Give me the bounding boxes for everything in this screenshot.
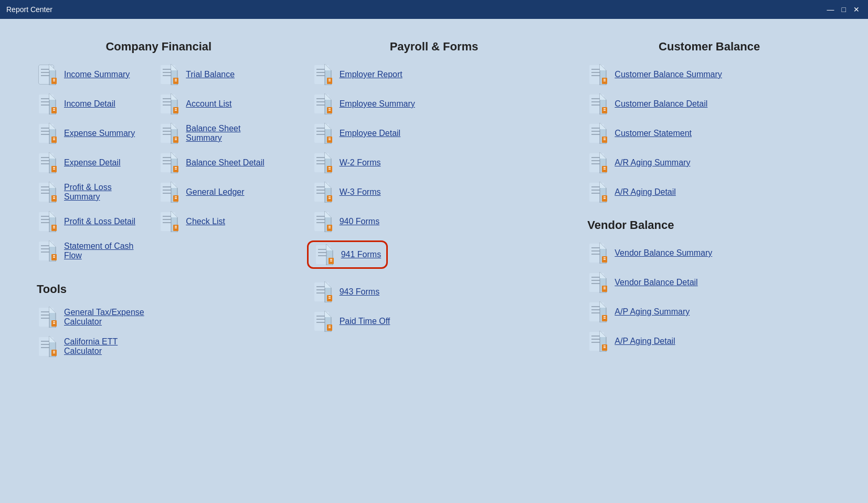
list-item[interactable]: Employee Detail — [312, 123, 556, 144]
list-item[interactable]: Expense Detail — [37, 152, 148, 173]
profit-loss-detail-link[interactable]: Profit & Loss Detail — [64, 217, 135, 226]
title-bar: Report Center — □ ✕ — [0, 0, 868, 19]
svg-marker-213 — [325, 311, 331, 317]
report-icon — [158, 123, 179, 144]
income-summary-link[interactable]: Income Summary — [64, 70, 130, 79]
customer-balance-summary-link[interactable]: Customer Balance Summary — [615, 70, 722, 79]
list-item[interactable]: Profit & Loss Summary — [37, 182, 148, 203]
report-icon — [312, 311, 333, 332]
list-item[interactable]: 943 Forms — [312, 281, 556, 302]
general-tax-calculator-link[interactable]: General Tax/Expense Calculator — [64, 308, 148, 327]
940-forms-link[interactable]: 940 Forms — [340, 217, 379, 226]
report-icon — [587, 272, 608, 293]
balance-sheet-detail-link[interactable]: Balance Sheet Detail — [186, 158, 264, 167]
report-icon — [587, 182, 608, 203]
list-item[interactable]: Expense Summary — [37, 123, 148, 144]
trial-balance-link[interactable]: Trial Balance — [186, 70, 235, 79]
profit-loss-summary-link[interactable]: Profit & Loss Summary — [64, 183, 148, 202]
list-item[interactable]: California ETT Calculator — [37, 336, 148, 357]
list-item[interactable]: Vendor Balance Summary — [587, 243, 831, 264]
list-item[interactable]: Trial Balance — [158, 64, 270, 85]
list-item[interactable]: General Tax/Expense Calculator — [37, 307, 148, 328]
expense-detail-link[interactable]: Expense Detail — [64, 158, 121, 167]
ap-aging-summary-link[interactable]: A/P Aging Summary — [615, 307, 690, 317]
list-item[interactable]: Account List — [158, 93, 270, 114]
payroll-section: Payroll & Forms Employer Report Employee… — [297, 29, 572, 481]
list-item[interactable]: Income Summary — [37, 64, 148, 85]
customer-balance-detail-link[interactable]: Customer Balance Detail — [615, 99, 707, 109]
expense-summary-link[interactable]: Expense Summary — [64, 129, 135, 138]
list-item[interactable]: Statement of Cash Flow — [37, 240, 148, 261]
minimize-button[interactable]: — — [825, 5, 837, 14]
report-icon — [158, 152, 179, 173]
company-financial-col2: Trial Balance Account List Balance Sheet… — [158, 64, 280, 365]
vendor-balance-summary-link[interactable]: Vendor Balance Summary — [615, 248, 712, 258]
customer-statement-link[interactable]: Customer Statement — [615, 129, 692, 138]
list-item[interactable]: A/R Aging Summary — [587, 152, 831, 173]
account-list-link[interactable]: Account List — [186, 99, 231, 109]
ar-aging-detail-link[interactable]: A/R Aging Detail — [615, 187, 676, 197]
list-item[interactable]: General Ledger — [158, 182, 270, 203]
income-detail-link[interactable]: Income Detail — [64, 99, 115, 109]
report-icon — [312, 64, 333, 85]
list-item[interactable]: Balance Sheet Detail — [158, 152, 270, 173]
paid-time-off-link[interactable]: Paid Time Off — [340, 317, 390, 326]
list-item[interactable]: Customer Statement — [587, 123, 831, 144]
report-icon — [587, 331, 608, 352]
list-item[interactable]: W-2 Forms — [312, 152, 556, 173]
general-ledger-link[interactable]: General Ledger — [186, 187, 244, 197]
statement-cash-flow-link[interactable]: Statement of Cash Flow — [64, 242, 148, 260]
report-icon — [587, 152, 608, 173]
payroll-title: Payroll & Forms — [312, 40, 556, 54]
report-icon — [37, 211, 58, 232]
list-item[interactable]: Paid Time Off — [312, 311, 556, 332]
w2-forms-link[interactable]: W-2 Forms — [340, 158, 381, 167]
943-forms-link[interactable]: 943 Forms — [340, 287, 379, 297]
company-financial-col1: Income Summary Income Detail Expense Sum… — [37, 64, 158, 365]
employee-detail-link[interactable]: Employee Detail — [340, 129, 401, 138]
california-ett-calculator-link[interactable]: California ETT Calculator — [64, 337, 148, 356]
report-icon — [314, 244, 335, 265]
report-icon — [587, 93, 608, 114]
list-item[interactable]: Customer Balance Summary — [587, 64, 831, 85]
maximize-button[interactable]: □ — [840, 5, 848, 14]
close-button[interactable]: ✕ — [851, 5, 862, 14]
ap-aging-detail-link[interactable]: A/P Aging Detail — [615, 337, 675, 346]
w3-forms-link[interactable]: W-3 Forms — [340, 187, 381, 197]
list-item[interactable]: 940 Forms — [312, 211, 556, 232]
list-item[interactable]: Employer Report — [312, 64, 556, 85]
report-icon — [37, 336, 58, 357]
report-icon — [37, 182, 58, 203]
list-item[interactable]: A/R Aging Detail — [587, 182, 831, 203]
vendor-balance-title: Vendor Balance — [587, 218, 831, 232]
report-icon — [587, 243, 608, 264]
ar-aging-summary-link[interactable]: A/R Aging Summary — [615, 158, 690, 167]
report-icon — [587, 301, 608, 322]
list-item-941[interactable]: 941 Forms — [307, 240, 388, 269]
list-item[interactable]: Balance Sheet Summary — [158, 123, 270, 144]
svg-marker-186 — [325, 211, 331, 217]
report-icon — [587, 64, 608, 85]
list-item[interactable]: A/P Aging Detail — [587, 331, 831, 352]
list-item[interactable]: Profit & Loss Detail — [37, 211, 148, 232]
balance-sheet-summary-link[interactable]: Balance Sheet Summary — [186, 124, 270, 143]
check-list-link[interactable]: Check List — [186, 217, 225, 226]
employer-report-link[interactable]: Employer Report — [340, 70, 403, 79]
svg-marker-204 — [325, 281, 331, 288]
941-forms-link[interactable]: 941 Forms — [341, 250, 381, 259]
list-item[interactable]: A/P Aging Summary — [587, 301, 831, 322]
list-item[interactable]: Vendor Balance Detail — [587, 272, 831, 293]
employee-summary-link[interactable]: Employee Summary — [340, 99, 415, 109]
list-item[interactable]: W-3 Forms — [312, 182, 556, 203]
report-icon — [587, 123, 608, 144]
vendor-balance-detail-link[interactable]: Vendor Balance Detail — [615, 278, 697, 287]
list-item[interactable]: Customer Balance Detail — [587, 93, 831, 114]
company-financial-title: Company Financial — [37, 40, 281, 54]
list-item[interactable]: Employee Summary — [312, 93, 556, 114]
list-item[interactable]: Check List — [158, 211, 270, 232]
report-icon — [158, 211, 179, 232]
report-icon — [37, 240, 58, 261]
report-icon — [158, 93, 179, 114]
svg-marker-114 — [171, 152, 177, 159]
list-item[interactable]: Income Detail — [37, 93, 148, 114]
